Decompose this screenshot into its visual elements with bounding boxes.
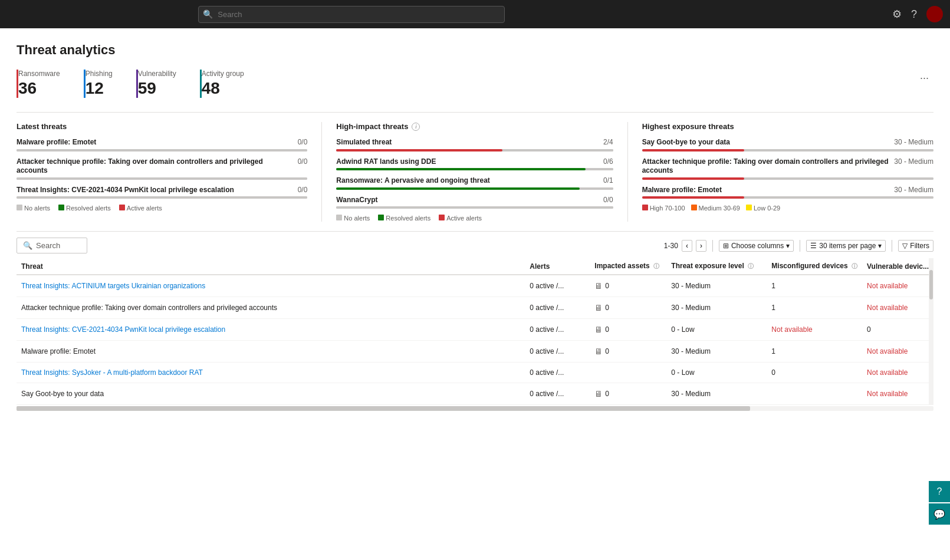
filters-button[interactable]: ▽ Filters xyxy=(898,240,933,252)
threat-name-1: Malware profile: Emotet xyxy=(17,138,96,147)
threat-row-2[interactable]: Attacker technique profile: Taking over … xyxy=(17,157,307,180)
row6-misconfigured xyxy=(767,383,862,405)
exp-threat-row-2[interactable]: Attacker technique profile: Taking over … xyxy=(642,157,933,180)
scrollbar-thumb[interactable] xyxy=(929,270,933,299)
h-scrollbar-thumb[interactable] xyxy=(17,406,750,411)
per-page-button[interactable]: ☰ 30 items per page ▾ xyxy=(806,240,886,252)
exp-bar-3 xyxy=(642,196,933,199)
table-header-row: Threat Alerts Impacted assets ⓘ Threat e… xyxy=(17,258,933,275)
page-title: Threat analytics xyxy=(17,42,933,58)
row1-misconfigured: 1 xyxy=(767,275,862,297)
feedback-button[interactable]: ? xyxy=(929,481,950,502)
table-row[interactable]: Threat Insights: SysJoker - A multi-plat… xyxy=(17,363,933,383)
choose-columns-button[interactable]: ⊞ Choose columns ▾ xyxy=(719,240,794,252)
high-impact-panel: High-impact threats i Simulated threat 2… xyxy=(322,122,627,222)
row6-threat: Say Goot-bye to your data xyxy=(17,383,525,405)
col-threat: Threat xyxy=(17,258,525,275)
more-button[interactable]: ··· xyxy=(915,70,933,87)
main-content: Threat analytics Ransomware 36 Phishing … xyxy=(0,28,950,560)
row3-threat[interactable]: Threat Insights: CVE-2021-4034 PwnKit lo… xyxy=(17,319,525,341)
table-row[interactable]: Malware profile: Emotet 0 active /... 🖥 … xyxy=(17,341,933,363)
high-impact-info-icon: i xyxy=(412,123,420,131)
col-alerts: Alerts xyxy=(525,258,590,275)
col-misconfigured: Misconfigured devices ⓘ xyxy=(767,258,862,275)
horizontal-scrollbar[interactable] xyxy=(17,406,933,411)
chart-button[interactable]: 💬 xyxy=(929,503,950,525)
high-impact-title: High-impact threats i xyxy=(336,122,613,131)
stat-vulnerability-value: 59 xyxy=(138,79,176,98)
stat-ransomware[interactable]: Ransomware 36 xyxy=(17,70,72,98)
table-row[interactable]: Threat Insights: CVE-2021-4034 PwnKit lo… xyxy=(17,319,933,341)
stats-row: Ransomware 36 Phishing 12 Vulnerability … xyxy=(17,70,933,98)
stat-vulnerability[interactable]: Vulnerability 59 xyxy=(136,70,188,98)
search-input[interactable] xyxy=(198,6,505,23)
exp-threat-row-1[interactable]: Say Goot-bye to your data 30 - Medium xyxy=(642,138,933,151)
row2-vulnerable: Not available xyxy=(862,297,933,319)
row1-threat[interactable]: Threat Insights: ACTINIUM targets Ukrain… xyxy=(17,275,525,297)
highest-exposure-panel: Highest exposure threats Say Goot-bye to… xyxy=(628,122,933,222)
exp-legend-high: High 70-100 xyxy=(650,205,685,212)
impacted-icon: 🖥 xyxy=(594,347,603,356)
hi-threat-row-3[interactable]: Ransomware: A pervasive and ongoing thre… xyxy=(336,176,613,190)
per-page-chevron: ▾ xyxy=(878,242,882,250)
panels-row: Latest threats Malware profile: Emotet 0… xyxy=(17,112,933,222)
stat-activity-label: Activity group xyxy=(202,70,244,78)
hi-threat-score-4: 0/0 xyxy=(603,196,613,205)
hi-threat-row-4[interactable]: WannaCrypt 0/0 xyxy=(336,196,613,209)
threat-name-3: Threat Insights: CVE-2021-4034 PwnKit lo… xyxy=(17,186,234,195)
exp-threat-name-2: Attacker technique profile: Taking over … xyxy=(642,157,890,176)
row1-exposure: 30 - Medium xyxy=(666,275,767,297)
row3-exposure: 0 - Low xyxy=(666,319,767,341)
stat-phishing-label: Phishing xyxy=(86,70,113,78)
impacted-icon: 🖥 xyxy=(594,325,603,334)
pagination-next[interactable]: › xyxy=(696,240,706,252)
settings-icon[interactable]: ⚙ xyxy=(892,8,902,21)
hi-threat-score-2: 0/6 xyxy=(603,157,613,167)
pagination-prev[interactable]: ‹ xyxy=(682,240,692,252)
latest-threats-title: Latest threats xyxy=(17,122,307,131)
exp-threat-row-3[interactable]: Malware profile: Emotet 30 - Medium xyxy=(642,186,933,199)
row3-alerts: 0 active /... xyxy=(525,319,590,341)
exp-legend-medium: Medium 30-69 xyxy=(699,205,740,212)
table-row[interactable]: Attacker technique profile: Taking over … xyxy=(17,297,933,319)
col-exposure: Threat exposure level ⓘ xyxy=(666,258,767,275)
hi-bar-3 xyxy=(336,187,613,190)
exp-bar-1 xyxy=(642,149,933,151)
exposure-info-icon: ⓘ xyxy=(748,263,754,269)
row5-threat[interactable]: Threat Insights: SysJoker - A multi-plat… xyxy=(17,363,525,383)
threat-row-1[interactable]: Malware profile: Emotet 0/0 xyxy=(17,138,307,151)
hi-bar-2 xyxy=(336,168,613,170)
threat-score-3: 0/0 xyxy=(298,186,308,195)
threat-bar-2 xyxy=(17,177,307,180)
help-icon[interactable]: ? xyxy=(911,8,917,21)
latest-legend: No alerts Resolved alerts Active alerts xyxy=(17,205,307,212)
row4-threat: Malware profile: Emotet xyxy=(17,341,525,363)
row4-exposure: 30 - Medium xyxy=(666,341,767,363)
row2-exposure: 30 - Medium xyxy=(666,297,767,319)
exp-threat-name-1: Say Goot-bye to your data xyxy=(642,138,730,147)
stat-phishing[interactable]: Phishing 12 xyxy=(84,70,124,98)
table-row[interactable]: Threat Insights: ACTINIUM targets Ukrain… xyxy=(17,275,933,297)
row6-alerts: 0 active /... xyxy=(525,383,590,405)
row3-impacted: 🖥 0 xyxy=(590,319,666,341)
legend-resolved: Resolved alerts xyxy=(66,205,111,212)
table-search[interactable]: 🔍 Search xyxy=(17,238,87,253)
table-search-icon: 🔍 xyxy=(23,241,32,250)
table-wrapper: Threat Alerts Impacted assets ⓘ Threat e… xyxy=(17,258,933,405)
table-row[interactable]: Say Goot-bye to your data 0 active /... … xyxy=(17,383,933,405)
toolbar-sep-2 xyxy=(800,240,800,252)
scrollbar-track[interactable] xyxy=(929,258,933,405)
hi-threat-row-1[interactable]: Simulated threat 2/4 xyxy=(336,138,613,151)
hi-threat-row-2[interactable]: Adwind RAT lands using DDE 0/6 xyxy=(336,157,613,171)
hi-bar-1 xyxy=(336,149,613,151)
stat-activity-group[interactable]: Activity group 48 xyxy=(200,70,256,98)
threat-row-3[interactable]: Threat Insights: CVE-2021-4034 PwnKit lo… xyxy=(17,186,307,199)
row5-impacted xyxy=(590,363,666,383)
exp-threat-score-2: 30 - Medium xyxy=(894,157,933,176)
toolbar-sep-3 xyxy=(892,240,892,252)
misconfigured-info-icon: ⓘ xyxy=(852,263,857,269)
hi-threat-name-2: Adwind RAT lands using DDE xyxy=(336,157,436,167)
row5-misconfigured: 0 xyxy=(767,363,862,383)
avatar[interactable] xyxy=(926,6,943,22)
topbar: 🔍 ⚙ ? xyxy=(0,0,950,28)
